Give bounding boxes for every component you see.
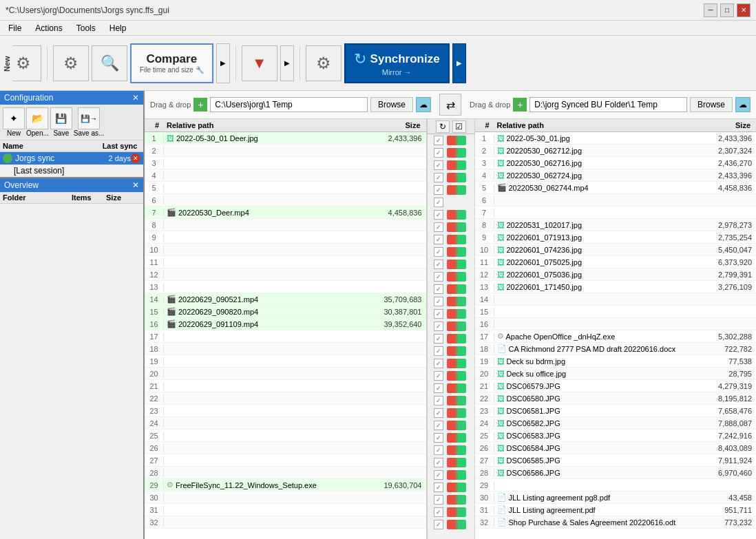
sync-checkbox[interactable]: ✓ (434, 396, 443, 405)
right-file-row[interactable]: 30 📄 JLL Listing agreement pg8.pdf 43,45… (475, 492, 757, 504)
sync-checkbox[interactable]: ✓ (434, 495, 443, 505)
config-item-remove-button[interactable]: ✕ (131, 154, 140, 163)
sync-checkbox[interactable]: ✓ (434, 458, 443, 467)
sync-checkbox[interactable]: ✓ (434, 235, 443, 244)
menu-tools[interactable]: Tools (71, 22, 101, 34)
right-file-row[interactable]: 2 🖼 20220530_062712.jpg 2,307,324 (475, 145, 757, 157)
right-file-row[interactable]: 14 (475, 293, 757, 306)
left-file-row[interactable]: 27 (145, 454, 426, 467)
left-file-row[interactable]: 1 🖼 2022-05-30_01 Deer.jpg 2,433,396 (145, 132, 426, 145)
sync-checkbox[interactable]: ✓ (434, 483, 443, 492)
sync-checkbox[interactable]: ✓ (434, 321, 443, 331)
left-file-row[interactable]: 8 (145, 219, 426, 231)
left-file-row[interactable]: 30 (145, 492, 426, 504)
left-file-row[interactable]: 9 (145, 231, 426, 244)
open-button[interactable]: 📂 Open... (26, 107, 49, 137)
left-file-row[interactable]: 4 (145, 169, 426, 182)
right-file-row[interactable]: 22 🖼 DSC06580.JPG 8,195,812 (475, 392, 757, 405)
right-cloud-button[interactable]: ☁ (735, 97, 750, 112)
right-file-row[interactable]: 23 🖼 DSC06581.JPG 7,658,476 (475, 405, 757, 417)
save-as-button[interactable]: 💾→ Save as... (74, 107, 104, 137)
sync-checkbox[interactable]: ✓ (434, 136, 443, 145)
sync-checkbox[interactable]: ✓ (434, 297, 443, 306)
sync-checkbox[interactable]: ✓ (434, 507, 443, 517)
sync-select-all-button[interactable]: ☑ (452, 120, 466, 133)
sync-checkbox[interactable]: ✓ (434, 148, 443, 158)
right-add-folder-button[interactable]: + (513, 98, 527, 112)
left-file-row[interactable]: 13 (145, 281, 426, 293)
right-file-row[interactable]: 9 🖼 20220601_071913.jpg 2,735,254 (475, 231, 757, 244)
left-file-row[interactable]: 15 🎬 20220629_090820.mp4 30,387,801 (145, 306, 426, 318)
right-file-row[interactable]: 15 (475, 306, 757, 318)
new-icon-btn[interactable]: ✦ (3, 107, 25, 129)
left-file-row[interactable]: 14 🎬 20220629_090521.mp4 35,709,683 (145, 293, 426, 306)
right-file-row[interactable]: 3 🖼 20220530_062716.jpg 2,436,270 (475, 157, 757, 169)
right-file-row[interactable]: 5 🎬 20220530_062744.mp4 4,458,836 (475, 182, 757, 194)
right-file-row[interactable]: 12 🖼 20220601_075036.jpg 2,799,391 (475, 268, 757, 281)
left-file-row[interactable]: 31 (145, 504, 426, 516)
menu-help[interactable]: Help (104, 22, 132, 34)
left-file-row[interactable]: 5 (145, 182, 426, 194)
sync-checkbox[interactable]: ✓ (434, 222, 443, 232)
left-file-row[interactable]: 21 (145, 380, 426, 392)
sync-checkbox[interactable]: ✓ (434, 421, 443, 430)
left-file-row[interactable]: 11 (145, 256, 426, 268)
left-file-row[interactable]: 32 (145, 516, 426, 529)
right-file-row[interactable]: 13 🖼 20220601_171450.jpg 3,276,109 (475, 281, 757, 293)
sync-checkbox[interactable]: ✓ (434, 346, 443, 356)
config-close-button[interactable]: ✕ (132, 93, 139, 103)
left-file-row[interactable]: 19 (145, 355, 426, 368)
sync-checkbox[interactable]: ✓ (434, 383, 443, 393)
left-file-row[interactable]: 24 (145, 417, 426, 430)
right-file-row[interactable]: 29 (475, 479, 757, 492)
left-cloud-button[interactable]: ☁ (416, 97, 431, 112)
swap-folders-button[interactable]: ⇄ (439, 94, 461, 116)
right-file-row[interactable]: 27 🖼 DSC06585.JPG 7,911,924 (475, 454, 757, 467)
close-button[interactable]: ✕ (737, 3, 750, 17)
left-file-row[interactable]: 20 (145, 368, 426, 380)
right-file-row[interactable]: 24 🖼 DSC06582.JPG 7,888,087 (475, 417, 757, 430)
sync-checkbox[interactable]: ✓ (434, 445, 443, 455)
right-file-row[interactable]: 32 📄 Shop Purchase & Sales Agreement 202… (475, 516, 757, 529)
sync-checkbox[interactable]: ✓ (434, 260, 443, 269)
left-file-row[interactable]: 7 🎬 20220530_Deer.mp4 4,458,836 (145, 207, 426, 219)
right-file-row[interactable]: 19 🖼 Deck su bdrm.jpg 77,538 (475, 355, 757, 368)
left-file-row[interactable]: 16 🎬 20220629_091109.mp4 39,352,640 (145, 318, 426, 330)
filter-button[interactable]: ▼ (242, 45, 277, 81)
save-button[interactable]: 💾 Save (50, 107, 72, 137)
sync-checkbox[interactable]: ✓ (434, 284, 443, 294)
left-file-row[interactable]: 10 (145, 244, 426, 256)
right-file-row[interactable]: 31 📄 JLL Listing agreement.pdf 951,711 (475, 504, 757, 516)
synchronize-button[interactable]: ↻ Synchronize Mirror → (344, 43, 450, 83)
right-file-row[interactable]: 11 🖼 20220601_075025.jpg 6,373,920 (475, 256, 757, 268)
sync-checkbox[interactable]: ✓ (434, 309, 443, 319)
compare-search-button[interactable]: 🔍 (92, 45, 127, 81)
right-file-row[interactable]: 16 (475, 318, 757, 330)
left-folder-path[interactable] (210, 97, 368, 112)
save-icon-btn[interactable]: 💾 (50, 107, 72, 129)
left-browse-button[interactable]: Browse (370, 97, 413, 112)
save-as-icon-btn[interactable]: 💾→ (78, 107, 100, 129)
sync-checkbox[interactable]: ✓ (434, 334, 443, 344)
open-icon-btn[interactable]: 📂 (26, 107, 48, 129)
sync-checkbox[interactable]: ✓ (434, 408, 443, 418)
right-file-row[interactable]: 26 🖼 DSC06584.JPG 8,403,089 (475, 442, 757, 454)
menu-file[interactable]: File (3, 22, 27, 34)
sync-checkbox[interactable]: ✓ (434, 247, 443, 257)
left-file-row[interactable]: 26 (145, 442, 426, 454)
compare-arrow-button[interactable]: ▶ (216, 43, 230, 83)
right-file-row[interactable]: 20 🖼 Deck su office.jpg 28,795 (475, 368, 757, 380)
right-file-row[interactable]: 17 ⚙ Apache OpenOffice _dnHqZ.exe 5,302,… (475, 330, 757, 343)
sync-checkbox[interactable]: ✓ (434, 198, 443, 207)
left-file-row[interactable]: 28 (145, 467, 426, 479)
right-folder-path[interactable] (529, 97, 687, 112)
right-file-row[interactable]: 25 🖼 DSC06583.JPG 7,242,916 (475, 430, 757, 442)
config-item-last-session[interactable]: [Last session] (0, 165, 143, 177)
sync-checkbox[interactable]: ✓ (434, 371, 443, 381)
right-file-row[interactable]: 18 📄 CA Richmond 2777 PSA MD draft 20220… (475, 343, 757, 355)
left-file-row[interactable]: 25 (145, 430, 426, 442)
sync-arrow-button[interactable]: ▶ (452, 43, 466, 83)
right-file-row[interactable]: 6 (475, 194, 757, 207)
left-file-row[interactable]: 23 (145, 405, 426, 417)
right-file-row[interactable]: 28 🖼 DSC06586.JPG 6,970,460 (475, 467, 757, 479)
